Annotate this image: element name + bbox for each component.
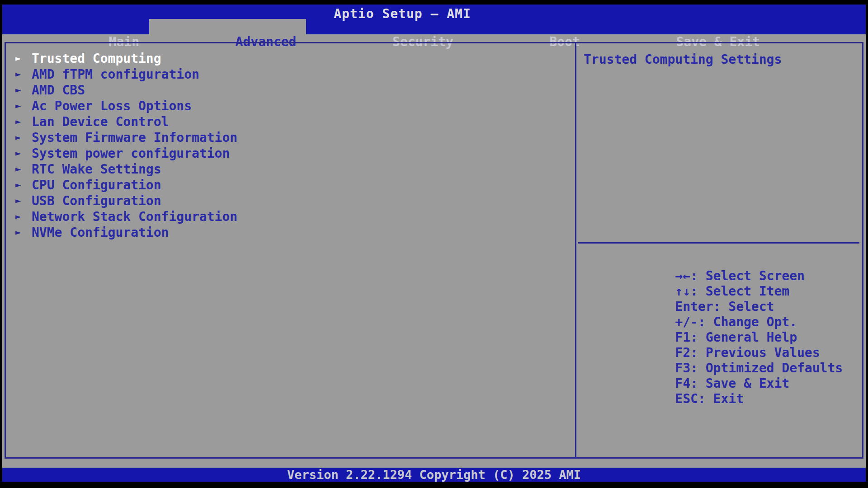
menu-tab[interactable]: Main bbox=[23, 19, 149, 34]
menu-item-label: Lan Device Control bbox=[32, 114, 169, 129]
key-hint-label: F2: Previous Values bbox=[675, 345, 820, 360]
help-pane-divider bbox=[578, 242, 859, 244]
menu-tab[interactable]: Save & Exit bbox=[590, 19, 770, 34]
key-hint-label: F1: General Help bbox=[675, 330, 797, 345]
menu-item[interactable]: ► NVMe Configuration bbox=[15, 225, 575, 240]
item-help-text: Trusted Computing Settings bbox=[576, 43, 862, 67]
footer-bar: Version 2.22.1294 Copyright (C) 2025 AMI bbox=[2, 468, 866, 482]
menu-tab[interactable]: Boot bbox=[463, 19, 590, 34]
menu-tab[interactable]: Security bbox=[306, 19, 463, 34]
key-hint-label: F3: Optimized Defaults bbox=[675, 361, 843, 375]
key-hint: →←: Select Screen bbox=[584, 253, 860, 268]
menu-item[interactable]: ► CPU Configuration bbox=[15, 177, 575, 193]
key-hint-label: Enter: Select bbox=[675, 299, 774, 314]
submenu-arrow-icon: ► bbox=[15, 66, 32, 82]
menu-item[interactable]: ► Trusted Computing bbox=[15, 51, 575, 66]
menu-item-label: RTC Wake Settings bbox=[32, 162, 161, 177]
menu-item[interactable]: ► Lan Device Control bbox=[15, 114, 575, 130]
key-hint-label: F4: Save & Exit bbox=[675, 376, 789, 391]
menu-item-label: AMD fTPM configuration bbox=[32, 67, 199, 82]
menu-tab-bar: Main Advanced Security Boot Save & Exit bbox=[23, 19, 770, 34]
menu-item-label: NVMe Configuration bbox=[32, 225, 169, 240]
submenu-arrow-icon: ► bbox=[15, 114, 32, 130]
submenu-arrow-icon: ► bbox=[15, 98, 32, 114]
key-hints: →←: Select Screen ↑↓: Select Item Enter:… bbox=[584, 253, 860, 391]
title-bar: Aptio Setup – AMI Main Advanced Security… bbox=[2, 5, 866, 34]
menu-item[interactable]: ► Ac Power Loss Options bbox=[15, 98, 575, 114]
key-hint-label: ↑↓: Select Item bbox=[675, 284, 789, 299]
submenu-arrow-icon: ► bbox=[15, 209, 32, 225]
menu-item[interactable]: ► AMD CBS bbox=[15, 82, 575, 98]
help-pane: Trusted Computing Settings →←: Select Sc… bbox=[576, 43, 862, 457]
submenu-arrow-icon: ► bbox=[15, 82, 32, 98]
settings-menu: ► Trusted Computing ► AMD fTPM configura… bbox=[6, 43, 575, 240]
menu-item-label: Ac Power Loss Options bbox=[32, 99, 192, 113]
menu-item-label: Network Stack Configuration bbox=[32, 209, 237, 224]
submenu-arrow-icon: ► bbox=[15, 51, 32, 66]
menu-item-label: CPU Configuration bbox=[32, 178, 161, 192]
menu-item[interactable]: ► Network Stack Configuration bbox=[15, 209, 575, 225]
settings-list-pane: ► Trusted Computing ► AMD fTPM configura… bbox=[6, 43, 576, 457]
menu-item[interactable]: ► USB Configuration bbox=[15, 193, 575, 209]
version-text: Version 2.22.1294 Copyright (C) 2025 AMI bbox=[287, 468, 581, 482]
menu-item-label: Trusted Computing bbox=[32, 51, 161, 66]
bios-screen: Aptio Setup – AMI Main Advanced Security… bbox=[2, 5, 866, 482]
submenu-arrow-icon: ► bbox=[15, 177, 32, 193]
submenu-arrow-icon: ► bbox=[15, 225, 32, 240]
submenu-arrow-icon: ► bbox=[15, 130, 32, 145]
key-hint-label: →←: Select Screen bbox=[675, 268, 805, 283]
menu-item-label: System power configuration bbox=[32, 146, 230, 161]
menu-tab[interactable]: Advanced bbox=[149, 19, 306, 34]
key-hint-label: ESC: Exit bbox=[675, 391, 744, 406]
menu-item-label: AMD CBS bbox=[32, 83, 85, 98]
menu-item[interactable]: ► System Firmware Information bbox=[15, 130, 575, 145]
key-hint-label: +/-: Change Opt. bbox=[675, 314, 797, 329]
menu-item-label: System Firmware Information bbox=[32, 130, 237, 145]
submenu-arrow-icon: ► bbox=[15, 193, 32, 209]
submenu-arrow-icon: ► bbox=[15, 161, 32, 177]
menu-item[interactable]: ► RTC Wake Settings bbox=[15, 161, 575, 177]
menu-item[interactable]: ► System power configuration bbox=[15, 145, 575, 161]
menu-item[interactable]: ► AMD fTPM configuration bbox=[15, 66, 575, 82]
submenu-arrow-icon: ► bbox=[15, 145, 32, 161]
menu-item-label: USB Configuration bbox=[32, 193, 161, 208]
main-panels: ► Trusted Computing ► AMD fTPM configura… bbox=[5, 42, 863, 459]
